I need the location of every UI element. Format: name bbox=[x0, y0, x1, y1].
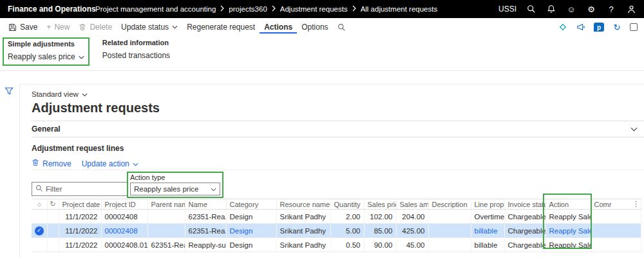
cell-category[interactable]: Design bbox=[226, 238, 276, 252]
cell-comments[interactable] bbox=[591, 224, 641, 238]
cell-parent-name[interactable] bbox=[147, 224, 185, 238]
col-sales-amount[interactable]: Sales amo... bbox=[396, 199, 428, 210]
cell-project-date[interactable]: 11/1/2022 bbox=[59, 210, 101, 224]
row-select-cell[interactable]: ✓ bbox=[32, 224, 47, 238]
cell-invoice-status[interactable]: Chargeable bbox=[504, 210, 545, 224]
breadcrumb-module[interactable]: Project management and accounting bbox=[95, 5, 216, 13]
search-icon[interactable] bbox=[526, 4, 536, 14]
app-title[interactable]: Finance and Operations bbox=[0, 5, 95, 14]
cell-sales-price[interactable]: 90.00 bbox=[364, 238, 396, 252]
cell-sales-amount[interactable]: 425.00 bbox=[396, 224, 428, 238]
cell-project-date[interactable]: 11/1/2022 bbox=[59, 224, 101, 238]
feedback-smiley-icon[interactable]: ☺ bbox=[566, 4, 576, 14]
alerts-bell-icon[interactable] bbox=[546, 4, 556, 14]
col-resource-name[interactable]: Resource name bbox=[276, 199, 330, 210]
chat-bubble-icon[interactable]: p bbox=[594, 23, 604, 32]
grid-filter-box[interactable] bbox=[32, 182, 128, 196]
col-quantity[interactable]: Quantity bbox=[330, 199, 364, 210]
cell-resource-name[interactable]: Srikant Padhy bbox=[276, 224, 330, 238]
collapse-chevron-icon[interactable] bbox=[630, 124, 638, 134]
cell-quantity[interactable]: 2.00 bbox=[330, 210, 364, 224]
cell-parent-name[interactable]: 62351-Rea... bbox=[147, 238, 185, 252]
cell-project-id[interactable]: 00002408.01 bbox=[101, 238, 147, 252]
cell-sales-amount[interactable]: 45.00 bbox=[396, 238, 428, 252]
col-action[interactable]: Action bbox=[545, 199, 591, 210]
col-project-id[interactable]: Project ID bbox=[101, 199, 147, 210]
action-type-dropdown[interactable]: Reapply sales price bbox=[130, 183, 220, 195]
actions-tab[interactable]: Actions bbox=[260, 21, 297, 34]
insights-diamond-icon[interactable] bbox=[558, 22, 568, 32]
delete-button[interactable]: Delete bbox=[74, 21, 117, 34]
cell-category-link[interactable]: Design bbox=[226, 224, 276, 238]
row-select-cell[interactable] bbox=[32, 210, 47, 224]
cell-line-property[interactable]: billable bbox=[471, 238, 504, 252]
update-action-button[interactable]: Update action bbox=[82, 159, 138, 168]
cell-invoice-status[interactable]: Chargeable bbox=[504, 238, 545, 252]
col-comments[interactable]: Comr⋮ bbox=[591, 199, 641, 210]
breadcrumb-page[interactable]: Adjustment requests bbox=[280, 5, 348, 13]
cell-project-id[interactable]: 00002408 bbox=[101, 210, 147, 224]
cell-comments[interactable] bbox=[591, 238, 641, 252]
col-name[interactable]: Name bbox=[185, 199, 226, 210]
cell-description[interactable] bbox=[428, 210, 471, 224]
col-parent-name[interactable]: Parent name bbox=[147, 199, 185, 210]
filter-input[interactable] bbox=[46, 185, 124, 193]
cell-resource-name[interactable]: Srikant Padhy bbox=[276, 210, 330, 224]
breadcrumb-view[interactable]: All adjustment requests bbox=[361, 5, 438, 13]
cell-description[interactable] bbox=[428, 224, 471, 238]
col-line-property[interactable]: Line prop... bbox=[471, 199, 504, 210]
col-category[interactable]: Category bbox=[226, 199, 276, 210]
filter-funnel-icon[interactable] bbox=[5, 86, 14, 97]
cell-quantity[interactable]: 5.00 bbox=[330, 224, 364, 238]
announcement-icon[interactable] bbox=[576, 22, 586, 32]
settings-gear-icon[interactable]: ⚙ bbox=[586, 4, 596, 14]
cell-action-dropdown[interactable]: Reapply Sales bbox=[545, 224, 591, 238]
cell-name[interactable]: Reapply-su... bbox=[185, 238, 226, 252]
new-button[interactable]: + New bbox=[42, 21, 74, 34]
remove-button[interactable]: Remove bbox=[32, 159, 71, 168]
col-invoice-status[interactable]: Invoice status bbox=[504, 199, 545, 210]
cell-name[interactable]: 62351-Rea... bbox=[185, 210, 226, 224]
cell-parent-name[interactable] bbox=[147, 210, 185, 224]
cell-comments[interactable] bbox=[591, 210, 641, 224]
table-row-selected[interactable]: ✓ 11/1/2022 00002408 62351-Rea... Design… bbox=[32, 224, 641, 238]
company-picker[interactable]: USSI bbox=[498, 5, 516, 14]
commandbar-search-icon[interactable] bbox=[333, 21, 350, 34]
table-row[interactable]: 11/1/2022 00002408 62351-Rea... Design S… bbox=[32, 210, 641, 224]
posted-transactions-link[interactable]: Posted transactions bbox=[102, 51, 170, 60]
col-description[interactable]: Description bbox=[428, 199, 471, 210]
cell-category[interactable]: Design bbox=[226, 210, 276, 224]
cell-sales-amount[interactable]: 204.00 bbox=[396, 210, 428, 224]
cell-line-property[interactable]: Overtime bbox=[471, 210, 504, 224]
cell-quantity[interactable]: 0.50 bbox=[330, 238, 364, 252]
refresh-column-header[interactable]: ↻ bbox=[47, 199, 59, 210]
update-status-button[interactable]: Update status bbox=[117, 21, 182, 34]
regenerate-request-button[interactable]: Regenerate request bbox=[182, 21, 260, 34]
view-selector[interactable]: Standard view bbox=[32, 90, 644, 99]
account-person-icon[interactable] bbox=[626, 4, 636, 14]
breadcrumb-area[interactable]: projects360 bbox=[229, 5, 267, 13]
cell-project-id-link[interactable]: 00002408 bbox=[101, 224, 147, 238]
cell-project-date[interactable]: 11/1/2022 bbox=[59, 238, 101, 252]
cell-line-property-link[interactable]: billable bbox=[471, 224, 504, 238]
col-project-date[interactable]: Project date bbox=[59, 199, 101, 210]
help-icon[interactable]: ? bbox=[606, 4, 616, 14]
select-all-header[interactable]: ○ bbox=[32, 199, 47, 210]
cell-sales-price[interactable]: 102.00 bbox=[364, 210, 396, 224]
options-tab[interactable]: Options bbox=[297, 21, 332, 34]
cell-action[interactable]: Reapply Sales bbox=[545, 238, 591, 252]
row-select-cell[interactable] bbox=[32, 238, 47, 252]
reapply-sales-price-menu[interactable]: Reapply sales price bbox=[8, 52, 84, 61]
cell-description[interactable] bbox=[428, 238, 471, 252]
table-row[interactable]: 11/1/2022 00002408.01 62351-Rea... Reapp… bbox=[32, 238, 641, 252]
col-sales-price[interactable]: Sales price bbox=[364, 199, 396, 210]
history-refresh-icon[interactable]: ↻ bbox=[612, 22, 622, 32]
cell-invoice-status[interactable]: Chargeable bbox=[504, 224, 545, 238]
restore-window-icon[interactable] bbox=[630, 23, 638, 31]
cell-name[interactable]: 62351-Rea... bbox=[185, 224, 226, 238]
cell-resource-name[interactable]: Srikant Padhy bbox=[276, 238, 330, 252]
column-options-icon[interactable]: ⋮ bbox=[632, 200, 639, 208]
cell-sales-price[interactable]: 85.00 bbox=[364, 224, 396, 238]
general-section-header[interactable]: General bbox=[32, 121, 644, 137]
save-button[interactable]: Save bbox=[4, 21, 42, 34]
